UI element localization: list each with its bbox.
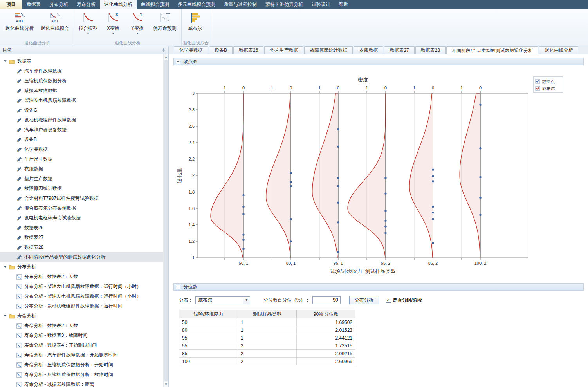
tree-item[interactable]: 分布分析 - 柴油发电机风扇故障数据：运行时间（小时） bbox=[0, 291, 163, 301]
tree-item[interactable]: 设备B bbox=[0, 135, 163, 145]
scroll-down-icon[interactable]: ▼ bbox=[164, 382, 169, 387]
doc-tab-2[interactable]: 数据表26 bbox=[233, 46, 263, 54]
expander-down-icon[interactable] bbox=[3, 314, 7, 318]
chevron-down-icon: ▼ bbox=[136, 32, 139, 35]
expander-down-icon[interactable] bbox=[3, 265, 7, 269]
doc-tab-4[interactable]: 故障原因统计数据 bbox=[304, 46, 353, 54]
tree-item[interactable]: 不同阶段/产品类型的测试数据退化分析 bbox=[0, 252, 163, 262]
tree-item[interactable]: 数据表28 bbox=[0, 242, 163, 252]
collapse-icon[interactable]: − bbox=[176, 285, 180, 289]
doc-tab-7[interactable]: 数据表28 bbox=[415, 46, 446, 54]
tree-item[interactable]: 压缩机质保数据分析 bbox=[0, 76, 163, 86]
table-row[interactable]: 8012.01523 bbox=[179, 326, 355, 334]
tree-item[interactable]: 衣服数据 bbox=[0, 164, 163, 174]
weibull-bars-button[interactable]: 威布尔 bbox=[183, 9, 207, 40]
table-cell: 2.60969 bbox=[297, 358, 355, 365]
menu-item-9[interactable]: 试验设计 bbox=[307, 0, 335, 9]
tree-item-label: 设备G bbox=[24, 107, 37, 114]
group-stage-checkbox[interactable]: ✓ bbox=[386, 298, 391, 303]
tree-item[interactable]: 发动机绕组部件故障数据 bbox=[0, 115, 163, 125]
tree-scrollbar[interactable]: ▲ ▼ bbox=[163, 54, 168, 387]
doc-tab-0[interactable]: 化学品数据 bbox=[174, 46, 208, 54]
menu-item-5[interactable]: 曲线拟合预测 bbox=[137, 0, 173, 9]
tree-item[interactable]: 寿命分析 - 数据表4：开始测试时间 bbox=[0, 340, 163, 350]
tree-item[interactable]: 分布分析 - 数据表2：天数 bbox=[0, 272, 163, 282]
menu-item-2[interactable]: 分布分析 bbox=[45, 0, 72, 9]
tree-folder[interactable]: 分布分析 bbox=[0, 262, 163, 272]
distribution-select[interactable]: 威布尔 ▼ bbox=[195, 296, 250, 304]
tree-item[interactable]: 数据表26 bbox=[0, 223, 163, 233]
tree-item[interactable]: 柴油发电机风扇故障数据 bbox=[0, 96, 163, 105]
tree-item[interactable]: 减振器故障数据 bbox=[0, 86, 163, 96]
table-row[interactable]: 9512.44121 bbox=[179, 334, 355, 342]
tree-item[interactable]: 合金材料T7987试样件疲劳试验数据 bbox=[0, 194, 163, 203]
scroll-thumb[interactable] bbox=[164, 60, 168, 381]
tree-item[interactable]: 汽车部件故障数据 bbox=[0, 66, 163, 76]
tree-item[interactable]: 化学品数据 bbox=[0, 145, 163, 154]
pencil-icon bbox=[16, 88, 22, 94]
tree-folder[interactable]: 数据表 bbox=[0, 56, 163, 66]
pin-icon[interactable] bbox=[161, 48, 166, 52]
tree-item-label: 柴油发电机风扇故障数据 bbox=[24, 97, 76, 104]
menu-item-1[interactable]: 数据表 bbox=[22, 0, 45, 9]
tree-item[interactable]: 寿命分析 - 压缩机质保数据分析：故障时间 bbox=[0, 370, 163, 380]
tree-item[interactable]: 设备G bbox=[0, 105, 163, 115]
tree-item[interactable]: 故障原因统计数据 bbox=[0, 184, 163, 194]
tree-item[interactable]: 寿命分析 - 压缩机质保数据分析：开始时间 bbox=[0, 360, 163, 370]
density-tick-label: 0 bbox=[242, 85, 245, 90]
tree-item[interactable]: 寿命分析 - 减振器故障数据：距离 bbox=[0, 380, 163, 387]
table-cell: 2.01523 bbox=[297, 326, 355, 334]
menu-item-0[interactable]: 项目 bbox=[0, 0, 22, 9]
table-cell: 80 bbox=[179, 326, 238, 334]
doc-tab-9[interactable]: 退化曲线分析 bbox=[539, 46, 578, 54]
table-row[interactable]: 8522.09215 bbox=[179, 350, 355, 358]
group-label: 55, 2 bbox=[381, 261, 390, 266]
fit-model-icon bbox=[82, 11, 94, 24]
pseudo-life-button[interactable]: 伪寿命预测 bbox=[150, 9, 180, 40]
x-transform-button[interactable]: XX变换▼ bbox=[101, 9, 125, 40]
percentile-input[interactable] bbox=[312, 296, 341, 304]
tree-item[interactable]: 生产尺寸数据 bbox=[0, 154, 163, 164]
collapse-icon[interactable]: − bbox=[176, 60, 180, 64]
tree-item[interactable]: 分布分析 - 发动机绕组部件故障数据：运行时间 bbox=[0, 301, 163, 311]
tree-item[interactable]: 垫片生产数据 bbox=[0, 174, 163, 184]
ribbon-group-caption: 退化曲线分析 bbox=[2, 40, 72, 46]
tree-item[interactable]: 数据表27 bbox=[0, 233, 163, 242]
tree-folder[interactable]: 寿命分析 bbox=[0, 311, 163, 321]
tree-item[interactable]: 发电机电枢棒寿命试验数据 bbox=[0, 213, 163, 223]
menu-item-4[interactable]: 退化曲线分析 bbox=[100, 0, 137, 9]
tree-item[interactable]: 分布分析 - 柴油发电机风扇故障数据：运行时间（小时） bbox=[0, 282, 163, 291]
pencil-icon bbox=[16, 118, 22, 123]
table-row[interactable]: 10022.60969 bbox=[179, 358, 355, 365]
doc-tab-5[interactable]: 衣服数据 bbox=[354, 46, 383, 54]
tree-item-label: 减振器故障数据 bbox=[24, 87, 57, 94]
y-transform-button[interactable]: YY变换▼ bbox=[125, 9, 150, 40]
density-tick-label: 0 bbox=[337, 85, 339, 90]
adt-analysis-button[interactable]: ADT退化曲线分析 bbox=[2, 9, 37, 40]
tree-item[interactable]: 混合威布尔分布案例数据 bbox=[0, 203, 163, 213]
scroll-up-icon[interactable]: ▲ bbox=[164, 54, 169, 60]
doc-tab-8[interactable]: 不同阶段/产品类型的测试数据退化分析 bbox=[446, 46, 538, 54]
doc-tab-1[interactable]: 设备B bbox=[209, 46, 233, 54]
menu-item-8[interactable]: 蒙特卡洛仿真分析 bbox=[261, 0, 307, 9]
menu-item-7[interactable]: 质量与过程控制 bbox=[220, 0, 261, 9]
distribution-analyze-button[interactable]: 分布分析 bbox=[349, 296, 379, 304]
doc-tab-3[interactable]: 垫片生产数据 bbox=[264, 46, 303, 54]
menu-item-3[interactable]: 寿命分析 bbox=[72, 0, 100, 9]
menu-item-10[interactable]: 帮助 bbox=[335, 0, 353, 9]
table-row[interactable]: 5011.69502 bbox=[179, 318, 355, 326]
tree-item[interactable]: 寿命分析 - 数据表3：故障时间 bbox=[0, 331, 163, 340]
expander-down-icon[interactable] bbox=[3, 59, 7, 63]
doc-tab-6[interactable]: 数据表27 bbox=[384, 46, 414, 54]
data-point bbox=[432, 180, 434, 182]
tree-item[interactable]: 寿命分析 - 数据表2：天数 bbox=[0, 321, 163, 331]
tree-item[interactable]: 汽车消声器设备数据 bbox=[0, 125, 163, 135]
tree-item[interactable]: 寿命分析 - 汽车部件故障数据：开始测试时间 bbox=[0, 350, 163, 360]
adt-fit-button[interactable]: ADT退化曲线拟合 bbox=[37, 9, 72, 40]
fit-model-button[interactable]: 拟合模型▼ bbox=[75, 9, 101, 40]
menu-item-6[interactable]: 多元曲线拟合预测 bbox=[173, 0, 220, 9]
data-point bbox=[290, 181, 292, 183]
data-point bbox=[337, 221, 339, 223]
quantile-panel-title: 分位数 bbox=[183, 284, 197, 290]
table-row[interactable]: 5521.72515 bbox=[179, 342, 355, 350]
